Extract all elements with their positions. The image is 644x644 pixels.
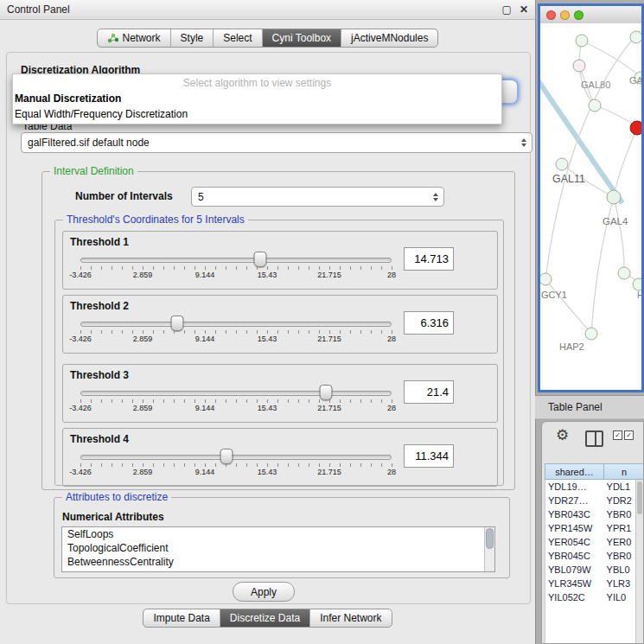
table-cell[interactable]: YDR27… [545,495,603,506]
table-cell[interactable]: YPR145W [545,523,603,533]
threshold-2-slider[interactable] [80,322,392,327]
table-row[interactable]: YLR345WYLR3 [545,577,643,590]
scrollbar-thumb[interactable] [637,481,642,514]
tab-discretize-data-label: Discretize Data [230,612,300,624]
scrollbar[interactable] [635,480,643,643]
threshold-1-box: Threshold 1 -3.426 2.859 9.144 15.43 21.… [62,231,498,290]
tick-label: 15.43 [258,335,277,343]
float-icon[interactable]: ▢ [502,3,512,16]
slider-handle[interactable] [220,449,233,464]
bottom-tab-bar: Impute Data Discretize Data Infer Networ… [0,609,535,628]
tab-impute-data[interactable]: Impute Data [143,609,220,627]
zoom-button[interactable] [574,10,583,20]
tab-jactivemodules-label: jActiveMNodules [351,32,428,44]
tab-jactivemodules[interactable]: jActiveMNodules [341,29,437,47]
tab-infer-network[interactable]: Infer Network [310,609,391,627]
slider-handle[interactable] [253,252,266,267]
table-cell[interactable]: YBL079W [545,564,603,575]
table-cell[interactable]: YIL052C [545,592,603,603]
table-cell[interactable]: YBR045C [545,551,603,561]
network-view-window: GAL80 GAL1 GAL11 GAL4 GCY1 H HAP2 [538,3,644,392]
interval-definition-title: Interval Definition [50,165,137,177]
node-label: GAL80 [581,80,610,90]
slider-track[interactable] [80,455,392,460]
minimize-button[interactable] [560,10,570,20]
tab-select[interactable]: Select [214,29,262,47]
slider-scale-labels: -3.426 2.859 9.144 15.43 21.715 28 [80,404,392,413]
num-intervals-select[interactable]: 5 [191,187,444,207]
table-row[interactable]: YBL079WYBL0 [545,563,643,577]
table-row[interactable]: YDL19…YDL1 [545,480,643,494]
threshold-2-box: Threshold 2 -3.426 2.859 9.144 15.43 21.… [62,295,498,354]
algorithm-dropdown-popup: Select algorithm to view settings Manual… [12,73,502,124]
column-header-name[interactable]: n [604,463,644,480]
table-row[interactable]: YIL052CYIL0 [545,590,643,604]
slider-track[interactable] [80,322,392,327]
tab-discretize-data[interactable]: Discretize Data [220,609,310,627]
tick-label: 21.715 [317,335,341,343]
slider-scale-labels: -3.426 2.859 9.144 15.43 21.715 28 [80,468,392,477]
tick-label: -3.426 [69,335,92,343]
tab-network[interactable]: Network [98,29,171,47]
node-label: H [637,290,641,300]
close-button[interactable] [546,10,556,20]
threshold-3-label: Threshold 3 [70,369,129,381]
threshold-1-value-input[interactable] [404,247,454,271]
scrollbar-thumb[interactable] [486,528,494,549]
select-columns-icon[interactable]: ✓ ✓ [613,430,634,440]
slider-handle[interactable] [170,316,183,331]
threshold-4-slider[interactable] [80,455,392,460]
threshold-1-slider[interactable] [80,258,392,263]
slider-tick-marks [80,330,392,334]
slider-track[interactable] [80,258,392,263]
tick-label: -3.426 [69,404,92,412]
apply-button[interactable]: Apply [233,582,295,602]
slider-handle[interactable] [320,385,333,400]
table-data-select[interactable]: galFiltered.sif default node [21,132,532,153]
selected-node[interactable] [630,121,641,135]
table-cell[interactable]: YDL19… [545,481,603,492]
popup-option-equal-width[interactable]: Equal Width/Frequency Discretization [13,106,501,122]
columns-icon[interactable] [585,430,603,447]
gear-icon[interactable]: ⚙ [556,426,569,444]
network-canvas[interactable]: GAL80 GAL1 GAL11 GAL4 GCY1 H HAP2 [540,23,641,390]
attributes-group: Attributes to discretize Numerical Attri… [54,497,510,578]
table-row[interactable]: YER054CYER0 [545,535,643,549]
num-intervals-value: 5 [198,191,204,203]
column-header-shared-name[interactable]: shared… [545,463,604,480]
tick-label: 2.859 [133,271,153,279]
popup-option-manual-discretization[interactable]: Manual Discretization [13,91,501,106]
close-icon[interactable]: ✕ [520,3,528,16]
tab-cyni-toolbox[interactable]: Cyni Toolbox [263,29,341,47]
tab-style[interactable]: Style [171,29,214,47]
table-row[interactable]: YPR145WYPR1 [545,521,643,535]
network-window-titlebar [540,6,641,24]
threshold-3-value-input[interactable] [404,380,454,404]
table-cell[interactable]: YBR043C [545,509,603,520]
window-title: Control Panel [7,3,70,16]
table-row[interactable]: YDR27…YDR2 [545,494,643,507]
threshold-4-value-input[interactable] [404,444,454,468]
tab-select-label: Select [223,32,252,44]
list-item[interactable]: TopologicalCoefficient [62,541,494,555]
scrollbar[interactable] [484,527,494,571]
numerical-attributes-list[interactable]: SelfLoops TopologicalCoefficient Between… [61,526,495,572]
table-row[interactable]: YBR043CYBR0 [545,507,643,521]
table-toolbar: ⚙ ✓ ✓ [542,422,643,458]
cyni-toolbox-panel: Discretization Algorithm Select algorith… [6,52,531,604]
thresholds-group: Threshold's Coordinates for 5 Intervals … [54,220,504,486]
threshold-2-value-input[interactable] [404,311,454,335]
tick-label: 15.43 [258,468,277,476]
top-tab-bar: Network Style Select Cyni Toolbox jActiv… [0,29,535,48]
table-row[interactable]: YBR045CYBR0 [545,549,643,563]
list-item[interactable]: SelfLoops [62,527,494,541]
table-cell[interactable]: YLR345W [545,578,603,589]
thresholds-group-title: Threshold's Coordinates for 5 Intervals [63,214,248,226]
threshold-3-slider[interactable] [80,391,392,396]
table-cell[interactable]: YER054C [545,537,603,547]
threshold-3-box: Threshold 3 -3.426 2.859 9.144 15.43 21.… [62,364,498,423]
list-item[interactable]: BetweennessCentrality [62,555,494,569]
slider-track[interactable] [80,391,392,396]
tick-label: 21.715 [317,404,341,412]
tick-label: 15.43 [258,404,277,412]
